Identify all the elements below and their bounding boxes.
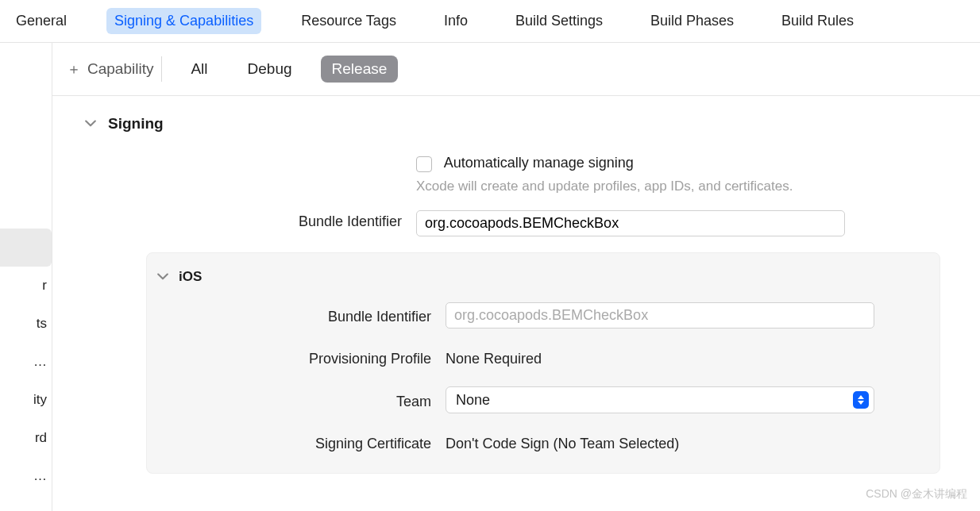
ios-bundle-identifier-label: Bundle Identifier xyxy=(156,305,431,325)
filter-debug[interactable]: Debug xyxy=(237,56,303,83)
platform-ios-panel: iOS Bundle Identifier Provisioning Profi… xyxy=(146,252,940,474)
chevron-down-icon xyxy=(156,271,169,283)
bundle-identifier-label: Bundle Identifier xyxy=(84,210,402,230)
updown-stepper-icon xyxy=(853,391,869,409)
left-sidebar: r ts … ity rd … xyxy=(0,43,52,511)
watermark-text: CSDN @金木讲编程 xyxy=(866,487,967,501)
content-pane: ＋ Capability All Debug Release Signing A… xyxy=(52,43,980,511)
team-label: Team xyxy=(156,390,431,410)
tab-signing-capabilities[interactable]: Signing & Capabilities xyxy=(106,8,261,34)
signing-header[interactable]: Signing xyxy=(84,115,956,133)
sidebar-item[interactable]: r xyxy=(0,267,52,305)
sidebar-item[interactable]: rd xyxy=(0,419,52,457)
platform-ios-header[interactable]: iOS xyxy=(156,269,920,285)
sidebar-item[interactable] xyxy=(0,229,52,267)
sidebar-item[interactable]: ts xyxy=(0,305,52,343)
auto-manage-signing-label: Automatically manage signing xyxy=(444,155,634,171)
editor-tab-bar: General Signing & Capabilities Resource … xyxy=(0,0,980,43)
add-capability-label: Capability xyxy=(87,60,153,78)
auto-manage-signing-subtext: Xcode will create and update profiles, a… xyxy=(416,179,813,194)
chevron-down-icon xyxy=(84,117,97,130)
signing-section: Signing Automatically manage signing Xco… xyxy=(52,96,980,483)
sidebar-item[interactable]: … xyxy=(0,343,52,381)
capabilities-toolbar: ＋ Capability All Debug Release xyxy=(52,43,980,96)
tab-build-phases[interactable]: Build Phases xyxy=(642,8,742,34)
provisioning-profile-label: Provisioning Profile xyxy=(156,348,431,367)
filter-all[interactable]: All xyxy=(179,56,218,83)
platform-ios-title: iOS xyxy=(179,269,202,285)
signing-certificate-label: Signing Certificate xyxy=(156,432,431,452)
auto-manage-signing-checkbox[interactable] xyxy=(416,156,432,172)
filter-release[interactable]: Release xyxy=(321,56,399,83)
plus-icon: ＋ xyxy=(67,60,81,79)
sidebar-item[interactable]: ity xyxy=(0,381,52,419)
signing-certificate-value: Don't Code Sign (No Team Selected) xyxy=(446,432,920,452)
tab-info[interactable]: Info xyxy=(436,8,476,34)
bundle-identifier-input[interactable] xyxy=(416,210,845,236)
provisioning-profile-value: None Required xyxy=(446,348,920,367)
tab-build-rules[interactable]: Build Rules xyxy=(774,8,862,34)
ios-bundle-identifier-input[interactable] xyxy=(446,302,874,328)
team-select-value: None xyxy=(456,392,490,409)
tab-resource-tags[interactable]: Resource Tags xyxy=(293,8,404,34)
team-select[interactable]: None xyxy=(446,386,874,413)
signing-title: Signing xyxy=(108,115,164,133)
sidebar-item[interactable]: … xyxy=(0,457,52,495)
tab-build-settings[interactable]: Build Settings xyxy=(507,8,611,34)
add-capability-button[interactable]: ＋ Capability xyxy=(65,56,162,82)
tab-general[interactable]: General xyxy=(8,8,75,34)
